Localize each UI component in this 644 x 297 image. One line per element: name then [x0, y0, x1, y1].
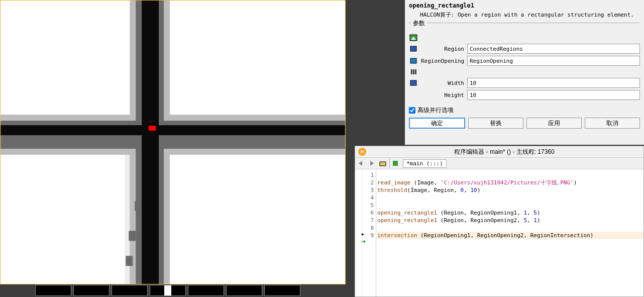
svg-rect-1: [1, 1, 135, 115]
width-icon: [409, 79, 418, 87]
region-input[interactable]: [467, 44, 640, 54]
svg-marker-23: [359, 161, 362, 166]
svg-rect-25: [380, 162, 386, 166]
svg-rect-19: [411, 69, 412, 74]
thumbnail-item[interactable]: [226, 285, 262, 296]
thumbnail-item[interactable]: [264, 285, 300, 296]
advanced-checkbox[interactable]: [409, 107, 415, 114]
svg-rect-12: [135, 201, 141, 211]
svg-rect-4: [167, 152, 345, 284]
halcon-icon: H: [358, 148, 366, 156]
regionopening-label: RegionOpening: [421, 58, 467, 64]
svg-rect-2: [167, 1, 345, 115]
advanced-label: 高级并行选项: [417, 106, 454, 115]
replace-button[interactable]: 替换: [468, 118, 523, 129]
region-icon: [409, 45, 418, 53]
svg-rect-9: [142, 1, 159, 284]
height-input[interactable]: [467, 90, 640, 100]
params-fieldset: 参数 Region RegionOpening Width Height: [409, 23, 640, 100]
code-area[interactable]: ➔ ▸ 123456789 read_image (Image, 'C:/Use…: [355, 169, 643, 296]
svg-rect-26: [393, 161, 398, 166]
operator-name: opening_rectangle1: [409, 2, 640, 9]
image-canvas: [1, 1, 345, 284]
output-region-icon: [409, 57, 418, 65]
regionopening-input[interactable]: [467, 56, 640, 66]
height-label: Height: [421, 92, 467, 98]
svg-rect-22: [410, 80, 416, 85]
svg-rect-18: [410, 58, 416, 63]
svg-rect-17: [410, 46, 416, 51]
thumbnail-item[interactable]: [73, 285, 110, 296]
editor-title: 程序编辑器 - main* () - 主线程: 17360: [368, 148, 640, 156]
cancel-button[interactable]: 取消: [585, 118, 640, 129]
width-label: Width: [421, 80, 467, 86]
thumbnail-item[interactable]: [150, 285, 186, 296]
svg-rect-10: [1, 125, 345, 135]
back-icon[interactable]: [356, 158, 366, 168]
folder-icon[interactable]: [378, 158, 388, 168]
svg-rect-13: [129, 231, 136, 241]
button-row: 确定 替换 应用 取消: [409, 118, 640, 129]
svg-marker-24: [370, 161, 374, 166]
region-label: Region: [421, 46, 467, 52]
operator-description: HALCON算子: Open a region with a rectangul…: [420, 11, 640, 19]
params-legend: 参数: [411, 19, 427, 28]
breakpoint-column[interactable]: [355, 169, 362, 296]
exec-arrow-icon: ➔: [361, 238, 366, 245]
forward-icon[interactable]: [367, 158, 377, 168]
editor-titlebar: H 程序编辑器 - main* () - 主线程: 17360: [355, 146, 643, 157]
ok-button[interactable]: 确定: [409, 118, 465, 129]
thumbnail-item[interactable]: [35, 285, 71, 296]
width-input[interactable]: [467, 78, 640, 88]
parameter-panel: opening_rectangle1 HALCON算子: Open a regi…: [405, 0, 644, 145]
apply-button[interactable]: 应用: [526, 118, 582, 129]
thumbnail-item[interactable]: [188, 285, 224, 296]
code-content[interactable]: read_image (Image, 'C:/Users/xujh131042/…: [376, 169, 643, 296]
svg-rect-14: [126, 256, 133, 266]
svg-rect-3: [1, 152, 125, 284]
advanced-options-row: 高级并行选项: [409, 106, 640, 115]
marker-column: ➔ ▸: [362, 169, 366, 296]
run-icon[interactable]: [391, 158, 401, 168]
line-numbers: 123456789: [366, 169, 376, 296]
svg-rect-11: [149, 126, 156, 131]
cursor-arrow-icon: ▸: [362, 231, 364, 237]
program-editor: H 程序编辑器 - main* () - 主线程: 17360 *main (:…: [355, 146, 644, 297]
svg-rect-21: [415, 69, 416, 74]
main-tab[interactable]: *main (:::): [403, 159, 447, 168]
control-icon: [409, 68, 418, 76]
svg-rect-20: [413, 69, 414, 74]
editor-toolbar: *main (:::): [355, 157, 643, 169]
thumbnail-item[interactable]: [112, 285, 148, 296]
image-icon: [409, 34, 418, 42]
thumbnail-strip: [0, 285, 346, 297]
height-icon: [409, 91, 418, 99]
image-viewer[interactable]: [0, 0, 346, 284]
